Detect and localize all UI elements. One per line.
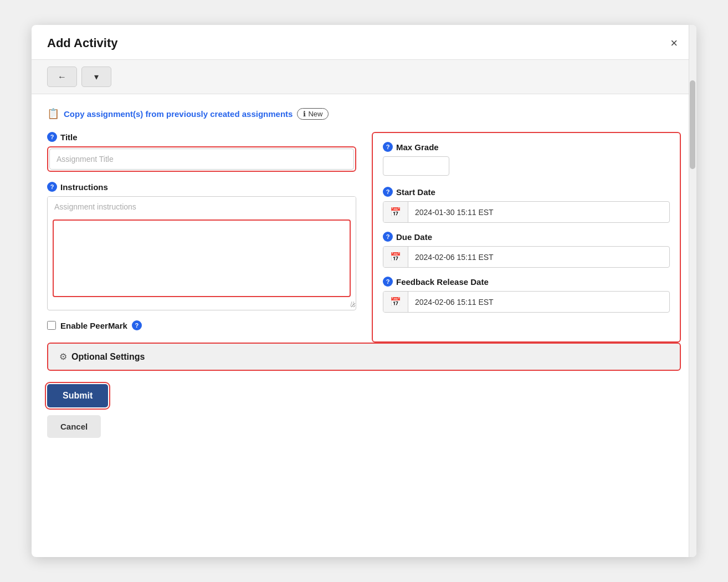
max-grade-label: ? Max Grade — [383, 142, 670, 152]
scrollbar[interactable] — [689, 25, 696, 557]
info-icon: ℹ — [303, 110, 306, 118]
peermark-checkbox[interactable] — [47, 321, 56, 330]
dropdown-button[interactable]: ▾ — [81, 67, 111, 87]
add-activity-modal: Add Activity × ← ▾ 📋 Copy assignment(s) … — [32, 25, 696, 557]
instructions-label-text: Instructions — [60, 182, 108, 192]
max-grade-help-icon[interactable]: ? — [383, 142, 393, 152]
max-grade-label-text: Max Grade — [396, 142, 439, 152]
optional-settings-label: Optional Settings — [71, 352, 145, 362]
feedback-release-date-group: ? Feedback Release Date 📅 2024-02-06 15:… — [383, 277, 670, 313]
title-label-text: Title — [60, 132, 78, 142]
peermark-label: Enable PeerMark — [60, 321, 127, 330]
left-column: ? Title ? Instructions — [47, 132, 356, 343]
back-button[interactable]: ← — [47, 67, 77, 87]
feedback-release-date-value: 2024-02-06 15:11 EST — [408, 293, 669, 312]
modal-title: Add Activity — [47, 36, 118, 50]
gear-icon: ⚙ — [59, 351, 67, 362]
instructions-label: ? Instructions — [47, 182, 356, 192]
modal-header: Add Activity × — [32, 25, 696, 60]
feedback-release-date-input-row: 📅 2024-02-06 15:11 EST — [383, 291, 670, 313]
close-button[interactable]: × — [667, 36, 681, 50]
due-date-value: 2024-02-06 15:11 EST — [408, 248, 669, 267]
feedback-release-date-label: ? Feedback Release Date — [383, 277, 670, 287]
instructions-textarea[interactable] — [48, 197, 356, 308]
instructions-wrapper: // — [47, 196, 356, 310]
due-date-calendar-button[interactable]: 📅 — [383, 247, 408, 267]
instructions-help-icon[interactable]: ? — [47, 182, 57, 192]
start-date-input-row: 📅 2024-01-30 15:11 EST — [383, 201, 670, 223]
form-grid: ? Title ? Instructions — [47, 132, 681, 343]
cancel-button[interactable]: Cancel — [47, 415, 101, 438]
instructions-outer — [47, 196, 356, 310]
copy-link-text[interactable]: Copy assignment(s) from previously creat… — [64, 109, 293, 119]
start-date-label: ? Start Date — [383, 187, 670, 197]
start-date-help-icon[interactable]: ? — [383, 187, 393, 197]
feedback-release-date-label-text: Feedback Release Date — [396, 277, 489, 287]
instructions-field-group: ? Instructions // — [47, 182, 356, 310]
optional-settings-bar[interactable]: ⚙ Optional Settings — [47, 343, 681, 371]
feedback-date-help-icon[interactable]: ? — [383, 277, 393, 287]
due-date-input-row: 📅 2024-02-06 15:11 EST — [383, 246, 670, 268]
new-badge: ℹ New — [297, 108, 329, 120]
scrollbar-thumb — [690, 80, 695, 169]
submit-button[interactable]: Submit — [47, 384, 108, 407]
copy-icon: 📋 — [47, 108, 59, 120]
enable-peermark-group: Enable PeerMark ? — [47, 320, 356, 330]
start-date-group: ? Start Date 📅 2024-01-30 15:11 EST — [383, 187, 670, 223]
peermark-help-icon[interactable]: ? — [132, 320, 142, 330]
start-date-label-text: Start Date — [396, 187, 435, 197]
due-date-group: ? Due Date 📅 2024-02-06 15:11 EST — [383, 232, 670, 268]
modal-body: 📋 Copy assignment(s) from previously cre… — [32, 94, 696, 557]
title-help-icon[interactable]: ? — [47, 132, 57, 142]
right-column: ? Max Grade 100 ? Start Date 📅 2024-01-3… — [372, 132, 681, 343]
title-label: ? Title — [47, 132, 356, 142]
due-date-help-icon[interactable]: ? — [383, 232, 393, 242]
toolbar: ← ▾ — [32, 60, 696, 94]
max-grade-group: ? Max Grade 100 — [383, 142, 670, 178]
start-date-value: 2024-01-30 15:11 EST — [408, 203, 669, 222]
due-date-label: ? Due Date — [383, 232, 670, 242]
copy-assignment-link[interactable]: 📋 Copy assignment(s) from previously cre… — [47, 108, 681, 120]
feedback-date-calendar-button[interactable]: 📅 — [383, 292, 408, 312]
resize-handle: // — [350, 300, 354, 308]
title-field-wrapper — [47, 146, 356, 172]
title-input[interactable] — [49, 149, 354, 170]
max-grade-input[interactable]: 100 — [383, 156, 449, 176]
new-badge-label: New — [308, 110, 322, 118]
start-date-calendar-button[interactable]: 📅 — [383, 202, 408, 222]
due-date-label-text: Due Date — [396, 232, 432, 242]
title-field-group: ? Title — [47, 132, 356, 172]
